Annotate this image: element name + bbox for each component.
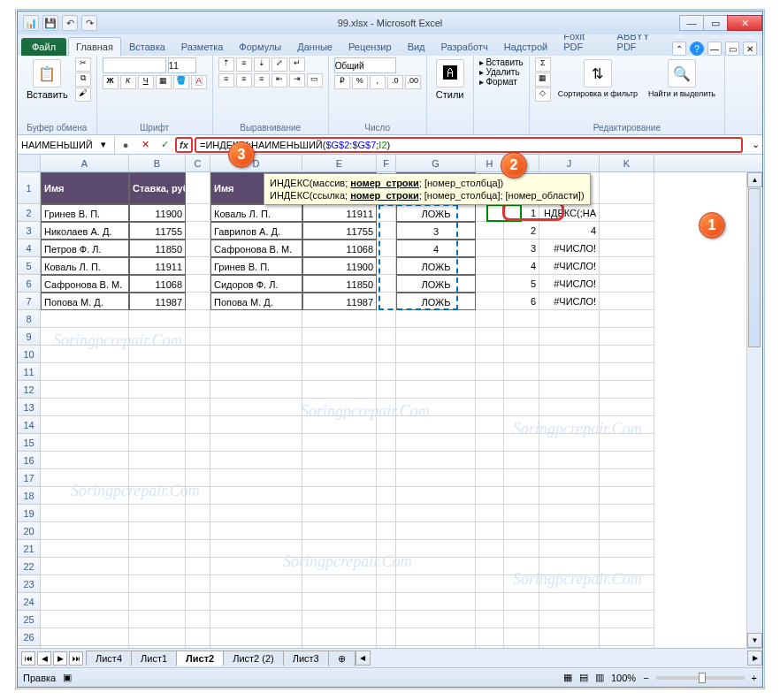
cell[interactable] xyxy=(476,452,504,469)
cell[interactable] xyxy=(377,434,396,452)
name-box-input[interactable] xyxy=(21,140,101,150)
cell[interactable] xyxy=(476,310,504,328)
cell[interactable]: 5 xyxy=(504,275,539,293)
cell[interactable] xyxy=(186,487,210,505)
cell[interactable]: Сидоров Ф. Л. xyxy=(210,275,302,293)
scroll-thumb[interactable] xyxy=(748,188,761,347)
row-header[interactable]: 25 xyxy=(18,611,41,628)
cell[interactable] xyxy=(377,275,396,293)
doc-restore-icon[interactable]: ▭ xyxy=(725,42,739,56)
cell[interactable] xyxy=(302,646,377,648)
cell[interactable] xyxy=(600,628,654,646)
view-layout-icon[interactable]: ▤ xyxy=(579,672,588,683)
cell[interactable] xyxy=(539,646,600,648)
copy-icon[interactable]: ⧉ xyxy=(75,72,91,87)
enter-formula-button[interactable]: ✓ xyxy=(156,137,173,153)
cell[interactable] xyxy=(476,240,504,257)
cell[interactable] xyxy=(476,611,504,628)
cell[interactable] xyxy=(396,328,476,346)
zoom-level[interactable]: 100% xyxy=(611,673,636,683)
cell[interactable] xyxy=(504,593,539,611)
cell[interactable] xyxy=(210,593,302,611)
cell[interactable] xyxy=(600,257,654,275)
insert-function-button[interactable]: fx xyxy=(175,137,193,153)
row-header[interactable]: 12 xyxy=(18,381,41,399)
row-header[interactable]: 27 xyxy=(18,646,41,648)
cell[interactable]: #ЧИСЛО! xyxy=(539,275,600,293)
cell[interactable]: Николаев А. Д. xyxy=(41,222,129,240)
styles-button[interactable]: 🅰 Стили xyxy=(432,57,468,102)
cell[interactable] xyxy=(41,593,129,611)
cell[interactable]: 11850 xyxy=(302,275,377,293)
cell[interactable] xyxy=(41,575,129,593)
cell[interactable] xyxy=(129,346,186,363)
cell[interactable] xyxy=(504,611,539,628)
cell[interactable] xyxy=(504,505,539,522)
cell[interactable]: 1 xyxy=(504,204,539,222)
cell[interactable] xyxy=(476,381,504,399)
cell[interactable] xyxy=(186,434,210,452)
cell[interactable] xyxy=(302,593,377,611)
column-header[interactable]: G xyxy=(396,155,476,171)
horizontal-scrollbar[interactable]: ◀ ▶ xyxy=(356,651,762,666)
cell[interactable]: ЛОЖЬ xyxy=(396,257,476,275)
cell[interactable] xyxy=(600,522,654,540)
cell[interactable] xyxy=(302,469,377,487)
cell[interactable] xyxy=(396,611,476,628)
cell[interactable] xyxy=(539,381,600,399)
cell[interactable] xyxy=(476,293,504,310)
cell[interactable] xyxy=(129,628,186,646)
row-header[interactable]: 4 xyxy=(18,240,41,257)
column-header[interactable]: D xyxy=(210,155,302,171)
cell[interactable] xyxy=(476,469,504,487)
cell[interactable] xyxy=(539,522,600,540)
column-header[interactable]: C xyxy=(186,155,210,171)
row-header[interactable]: 20 xyxy=(18,522,41,540)
cell[interactable] xyxy=(377,328,396,346)
cell[interactable] xyxy=(504,416,539,434)
cell[interactable] xyxy=(186,469,210,487)
zoom-in-button[interactable]: + xyxy=(752,673,757,683)
cell[interactable] xyxy=(186,558,210,575)
row-header[interactable]: 23 xyxy=(18,575,41,593)
cell[interactable] xyxy=(396,628,476,646)
cell[interactable] xyxy=(41,381,129,399)
cell[interactable]: Гринев В. П. xyxy=(41,204,129,222)
column-header[interactable]: B xyxy=(129,155,186,171)
cell[interactable] xyxy=(504,434,539,452)
cell[interactable] xyxy=(186,540,210,558)
expand-formula-bar-icon[interactable]: ⌄ xyxy=(748,139,762,150)
formula-input[interactable]: =ИНДЕКС(;НАИМЕНЬШИЙ($G$2:$G$7;I2) xyxy=(195,137,743,153)
cell[interactable] xyxy=(302,611,377,628)
formula-dropdown-icon[interactable]: ● xyxy=(117,137,134,153)
cell[interactable]: 4 xyxy=(539,222,600,240)
cell[interactable] xyxy=(302,452,377,469)
comma-icon[interactable]: , xyxy=(370,75,386,89)
cell[interactable] xyxy=(539,505,600,522)
cell[interactable] xyxy=(476,328,504,346)
cell[interactable] xyxy=(396,381,476,399)
row-header[interactable]: 8 xyxy=(18,310,41,328)
cell[interactable] xyxy=(504,452,539,469)
cell[interactable]: 11755 xyxy=(129,222,186,240)
indent-increase-icon[interactable]: ⇥ xyxy=(289,73,305,88)
cell[interactable]: Ставка, руб. xyxy=(129,172,186,204)
increase-decimal-icon[interactable]: .0 xyxy=(387,75,403,89)
format-painter-icon[interactable]: 🖌 xyxy=(75,88,91,102)
cell[interactable] xyxy=(377,646,396,648)
cell[interactable] xyxy=(600,646,654,648)
cell[interactable] xyxy=(129,540,186,558)
cell[interactable] xyxy=(302,487,377,505)
cell[interactable] xyxy=(377,452,396,469)
cancel-formula-button[interactable]: ✕ xyxy=(136,137,154,153)
cell[interactable]: Петров Ф. Л. xyxy=(41,240,129,257)
cell[interactable] xyxy=(600,204,654,222)
cell[interactable] xyxy=(129,646,186,648)
cell[interactable] xyxy=(476,346,504,363)
cell[interactable] xyxy=(377,575,396,593)
cell[interactable] xyxy=(476,416,504,434)
cell[interactable] xyxy=(539,416,600,434)
cell[interactable] xyxy=(476,434,504,452)
cell[interactable] xyxy=(377,593,396,611)
cell[interactable] xyxy=(539,487,600,505)
